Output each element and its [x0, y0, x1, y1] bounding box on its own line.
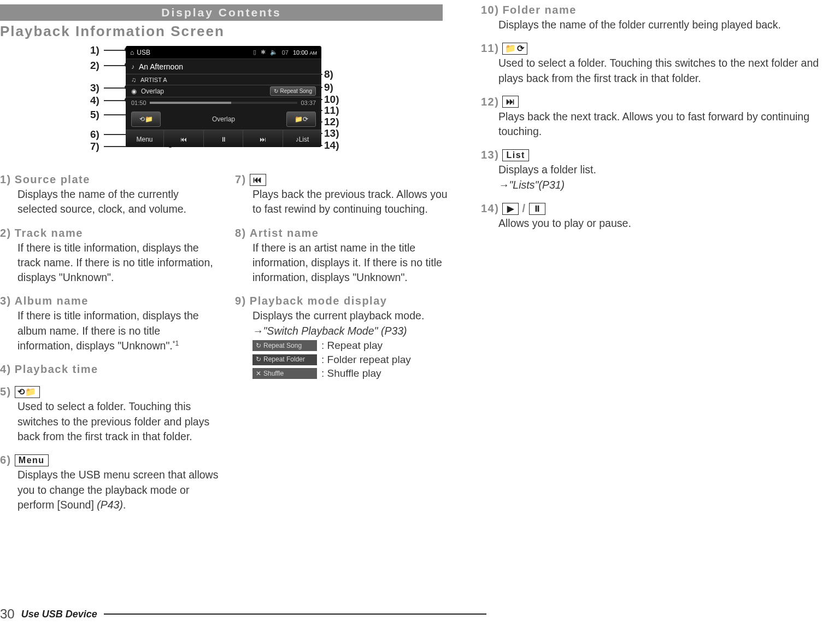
callout-3: 3) [90, 82, 99, 94]
skip-prev-button[interactable]: ⏮ [250, 174, 266, 186]
repeat-song-pill: ↻ Repeat Song [252, 340, 317, 351]
folder-next-icon: 📁⟳ [295, 115, 308, 123]
playback-mode-indicator[interactable]: ↻ Repeat Song [270, 86, 316, 96]
source-label: USB [137, 49, 150, 56]
time-total: 03:37 [301, 100, 316, 106]
item-3-body: If there is title information, displays … [0, 308, 219, 353]
prev-folder-button[interactable]: ⟲📁 [131, 112, 161, 127]
mode-repeat-song: ↻ Repeat Song : Repeat play [235, 338, 454, 353]
right-column: 10)Folder name Displays the name of the … [475, 0, 840, 625]
item-1-title: Source plate [15, 173, 90, 186]
item-2: 2) Track name If there is title informat… [0, 227, 219, 285]
item-7: 7) ⏮ Plays back the previous track. Allo… [235, 173, 454, 217]
mode-repeat-folder: ↻ Repeat Folder : Folder repeat play [235, 353, 454, 367]
item-13-body: Displays a folder list. →"Lists"(P31) [481, 162, 824, 192]
folder-name: Overlap [212, 115, 235, 123]
item-12-body: Plays back the next track. Allows you to… [481, 109, 824, 139]
left-column: Display Contents Playback Information Sc… [0, 0, 475, 625]
next-folder-button[interactable]: 📁⟳ [286, 112, 316, 127]
page-footer: 30 Use USB Device [0, 606, 486, 622]
play-pause-button[interactable]: ⏸ [204, 130, 244, 147]
callout-14: 14) [324, 139, 339, 151]
folder-prev-icon: ⟲📁 [139, 115, 153, 123]
next-track-button[interactable]: ⏭ [243, 130, 283, 147]
item-1: 1) Source plate Displays the name of the… [0, 173, 219, 217]
callout-2: 2) [90, 60, 99, 72]
footer-rule [104, 614, 486, 615]
disc-icon: ◉ [131, 87, 137, 95]
callout-7: 7) [90, 141, 99, 153]
item-9-title: Playback mode display [250, 295, 387, 307]
signal-icon: ▯ [253, 49, 256, 56]
column-a: 1) Source plate Displays the name of the… [0, 173, 219, 522]
manual-page: Display Contents Playback Information Sc… [0, 0, 840, 625]
item-4: 4) Playback time [0, 363, 219, 376]
prev-folder-icon-button[interactable]: ⟲📁 [15, 386, 40, 398]
separator: / [522, 202, 526, 215]
item-5-body: Used to select a folder. Touching this s… [0, 399, 219, 444]
usb-icon: ⌂ USB [130, 49, 150, 56]
menu-button[interactable]: Menu [126, 130, 164, 147]
volume-icon: 🔈 [270, 49, 278, 56]
callout-13: 13) [324, 127, 339, 139]
item-3: 3) Album name If there is title informat… [0, 295, 219, 353]
volume-value: 07 [282, 49, 289, 56]
callout-5: 5) [90, 109, 99, 121]
album-row: ◉ Overlap ↻ Repeat Song [126, 85, 321, 97]
item-2-title: Track name [15, 227, 83, 240]
time-elapsed: 01:50 [131, 100, 146, 106]
item-6: 6) Menu Displays the USB menu screen tha… [0, 454, 219, 512]
prev-track-button[interactable]: ⏮ [164, 130, 204, 147]
item-2-body: If there is title information, displays … [0, 241, 219, 285]
callout-12: 12) [324, 116, 339, 128]
source-plate: ⌂ USB ▯ ✱ 🔈 07 10:00 AM [126, 46, 321, 59]
item-8-title: Artist name [250, 227, 319, 240]
play-button[interactable]: ▶ [502, 203, 519, 215]
list-button[interactable]: ♪ List [283, 130, 321, 147]
page-number: 30 [0, 606, 15, 622]
progress-bar[interactable] [150, 102, 298, 104]
item-9-body: Displays the current playback mode. →"Sw… [235, 308, 454, 338]
artist-name: ARTIST A [140, 77, 167, 83]
title-bar: Display Contents [0, 4, 443, 21]
item-columns: 1) Source plate Displays the name of the… [0, 173, 465, 522]
clock-value: 10:00 AM [293, 49, 317, 56]
column-b: 7) ⏮ Plays back the previous track. Allo… [235, 173, 454, 522]
next-folder-icon-button[interactable]: 📁⟳ [502, 43, 527, 55]
item-10-title: Folder name [502, 4, 576, 16]
item-5: 5) ⟲📁 Used to select a folder. Touching … [0, 385, 219, 444]
list-button-label[interactable]: List [502, 149, 528, 161]
device-screen: ⌂ USB ▯ ✱ 🔈 07 10:00 AM ♪ An Afternoon ♫ [126, 46, 321, 147]
item-10: 10)Folder name Displays the name of the … [481, 4, 824, 32]
item-8: 8) Artist name If there is an artist nam… [235, 227, 454, 285]
item-1-body: Displays the name of the currently selec… [0, 187, 219, 217]
pause-button[interactable]: ⏸ [529, 203, 545, 215]
album-name: Overlap [141, 87, 164, 95]
note-icon: ♪ [131, 63, 134, 71]
shuffle-pill: ✕ Shuffle [252, 368, 317, 379]
item-8-body: If there is an artist name in the title … [235, 241, 454, 285]
item-3-title: Album name [15, 295, 89, 307]
footer-title: Use USB Device [21, 609, 97, 620]
item-14: 14) ▶ / ⏸ Allows you to play or pause. [481, 202, 824, 231]
skip-next-icon: ⏭ [260, 136, 266, 143]
repeat-folder-pill: ↻ Repeat Folder [252, 354, 317, 365]
item-12: 12) ⏭ Plays back the next track. Allows … [481, 96, 824, 139]
callout-1: 1) [90, 44, 99, 56]
skip-prev-icon: ⏮ [180, 136, 187, 143]
callout-4: 4) [90, 95, 99, 107]
menu-button-label[interactable]: Menu [15, 454, 49, 466]
track-row: ♪ An Afternoon [126, 59, 321, 74]
item-11-body: Used to select a folder. Touching this s… [481, 56, 824, 86]
progress-row: 01:50 03:37 [126, 97, 321, 108]
callout-11: 11) [324, 104, 339, 116]
pause-icon: ⏸ [220, 136, 227, 143]
mode-shuffle: ✕ Shuffle : Shuffle play [235, 366, 454, 381]
skip-next-button[interactable]: ⏭ [502, 96, 519, 108]
track-name: An Afternoon [139, 62, 183, 71]
callout-10: 10) [324, 94, 339, 106]
callout-6: 6) [90, 128, 99, 141]
item-6-body: Displays the USB menu screen that allows… [0, 468, 219, 512]
artist-row: ♫ ARTIST A [126, 74, 321, 85]
callout-9: 9) [324, 81, 333, 94]
